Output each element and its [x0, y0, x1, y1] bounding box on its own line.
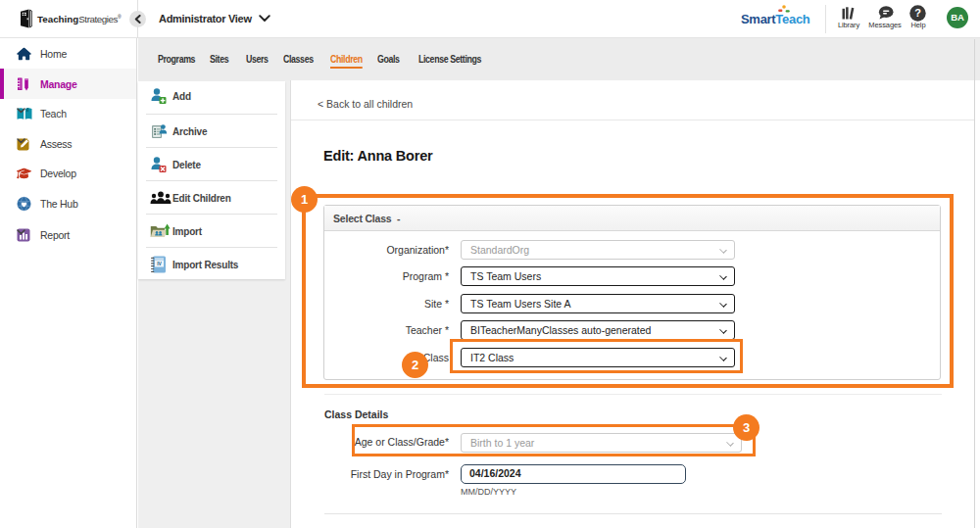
- svg-text:?: ?: [914, 7, 921, 19]
- svg-text:IV: IV: [157, 261, 162, 266]
